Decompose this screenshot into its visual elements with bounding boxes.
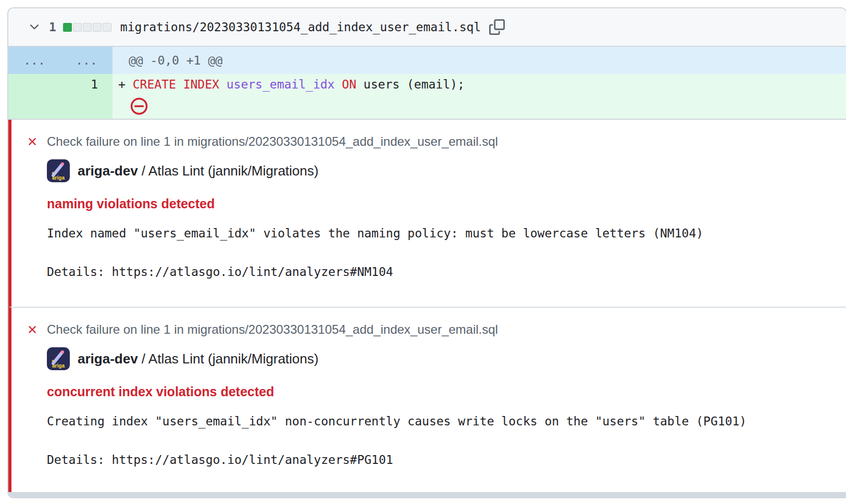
check-annotation-concurrent-index: Check failure on line 1 in migrations/20… — [8, 307, 846, 492]
check-name: / Atlas Lint (jannik/Migrations) — [138, 163, 319, 179]
diffstat-square — [73, 23, 82, 32]
check-annotation-naming: Check failure on line 1 in migrations/20… — [8, 120, 846, 307]
added-line-row: 1 + CREATE INDEX users_email_idx ON user… — [8, 74, 846, 120]
diff-plus-sign: + — [118, 78, 133, 91]
check-app-row: ✦ariga ariga-dev / Atlas Lint (jannik/Mi… — [47, 347, 825, 370]
ariga-app-avatar[interactable]: ✦ariga — [47, 159, 70, 182]
file-diff-container: 1 migrations/20230330131054_add_index_us… — [7, 7, 846, 498]
check-failure-row: Check failure on line 1 in migrations/20… — [47, 134, 825, 149]
expand-hunk-old[interactable]: ... — [8, 47, 60, 74]
hunk-gutter: ... ... — [8, 47, 113, 74]
org-name: ariga-dev — [78, 163, 138, 179]
added-line-content: + CREATE INDEX users_email_idx ON users … — [113, 74, 846, 119]
container-bottom-border — [8, 492, 846, 497]
old-line-number — [8, 74, 60, 119]
failure-x-icon — [26, 135, 39, 148]
check-name: / Atlas Lint (jannik/Migrations) — [138, 351, 319, 367]
diffstat-square — [93, 23, 102, 32]
sql-code: CREATE INDEX users_email_idx ON users (e… — [133, 78, 465, 91]
check-app-name: ariga-dev / Atlas Lint (jannik/Migration… — [78, 351, 318, 367]
annotation-title: concurrent index violations detected — [47, 384, 825, 399]
annotation-title: naming violations detected — [47, 196, 825, 211]
diffstat-squares — [63, 23, 111, 32]
new-line-number[interactable]: 1 — [60, 74, 113, 119]
annotation-dismiss-icon[interactable] — [130, 97, 148, 116]
annotation-message: Creating index "users_email_idx" non-con… — [47, 414, 825, 429]
annotation-details-url: Details: https://atlasgo.io/lint/analyze… — [47, 264, 825, 279]
line-number-gutter: 1 — [8, 74, 113, 119]
file-name[interactable]: migrations/20230330131054_add_index_user… — [120, 20, 481, 34]
check-failure-heading: Check failure on line 1 in migrations/20… — [47, 134, 498, 149]
hunk-header-text: @@ -0,0 +1 @@ — [113, 47, 846, 74]
ariga-app-avatar[interactable]: ✦ariga — [47, 347, 70, 370]
collapse-chevron-down-icon[interactable] — [28, 20, 41, 34]
check-app-row: ✦ariga ariga-dev / Atlas Lint (jannik/Mi… — [47, 159, 825, 182]
check-app-name: ariga-dev / Atlas Lint (jannik/Migration… — [78, 163, 318, 179]
code-line: + CREATE INDEX users_email_idx ON users … — [113, 74, 846, 95]
check-failure-heading: Check failure on line 1 in migrations/20… — [47, 322, 498, 337]
changed-lines-count: 1 — [49, 20, 56, 34]
diffstat-square — [63, 23, 72, 32]
copy-icon[interactable] — [489, 19, 505, 35]
org-name: ariga-dev — [78, 351, 138, 367]
svg-text:ariga: ariga — [52, 175, 65, 181]
hunk-row: ... ... @@ -0,0 +1 @@ — [8, 47, 846, 74]
failure-x-icon — [26, 323, 39, 336]
annotation-message: Index named "users_email_idx" violates t… — [47, 226, 825, 241]
annotation-details-url: Details: https://atlasgo.io/lint/analyze… — [47, 452, 825, 467]
diffstat-square — [103, 23, 111, 32]
diffstat-square — [83, 23, 92, 32]
expand-hunk-new[interactable]: ... — [60, 47, 113, 74]
check-failure-row: Check failure on line 1 in migrations/20… — [47, 322, 825, 337]
file-header: 1 migrations/20230330131054_add_index_us… — [8, 8, 846, 47]
svg-text:ariga: ariga — [52, 363, 65, 369]
